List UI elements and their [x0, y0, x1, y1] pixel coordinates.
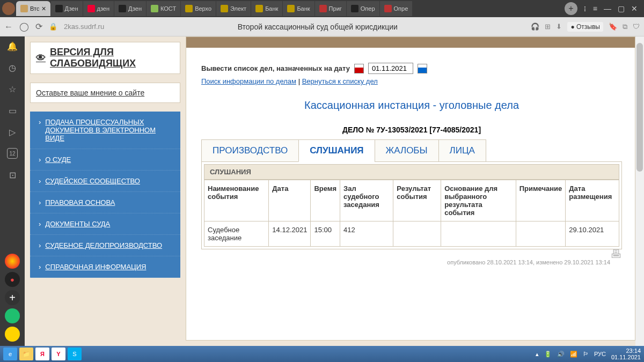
app-icon-1[interactable] — [5, 308, 20, 323]
chevron-right-icon: › — [39, 220, 41, 228]
download-icon[interactable]: ⬇ — [556, 23, 562, 31]
bookmark-icon[interactable]: 🔖 — [609, 23, 617, 31]
close-button[interactable]: ✕ — [631, 4, 638, 13]
content-wrapper: Вывести список дел, назначенных на дату … — [186, 36, 644, 346]
tab-favicon — [55, 5, 63, 12]
chevron-right-icon: › — [39, 118, 41, 142]
calendar-icon[interactable]: 12 — [7, 148, 18, 159]
sidebar-item[interactable]: ›СУДЕБНОЕ ДЕЛОПРОИЗВОДСТВО — [30, 235, 180, 256]
extensions-icon[interactable]: ⧉ — [623, 23, 627, 31]
sidebar-item[interactable]: ›СУДЕЙСКОЕ СООБЩЕСТВО — [30, 171, 180, 192]
date-input[interactable] — [368, 63, 413, 74]
feedback-link[interactable]: Оставьте ваше мнение о сайте — [30, 83, 180, 103]
published-info: опубликовано 28.10.2021 13:14, изменено … — [201, 259, 622, 265]
table-header-cell: Зал судебного заседания — [340, 180, 393, 221]
sidebar-item-label: СУДЕЙСКОЕ СООБЩЕСТВО — [45, 177, 140, 185]
flag-icon[interactable]: 🏳 — [583, 351, 589, 357]
collections-icon[interactable]: ▭ — [7, 105, 18, 116]
profile-avatar[interactable] — [2, 2, 15, 15]
apply-date-icon[interactable] — [418, 64, 427, 73]
case-tabs: ПРОИЗВОДСТВОСЛУШАНИЯЖАЛОБЫЛИЦА — [201, 139, 622, 162]
window-controls: ⫶ ≡ — ▢ ✕ — [579, 4, 642, 13]
home-icon[interactable]: ◯ — [19, 21, 29, 32]
browser-tab[interactable]: Банк — [283, 1, 314, 16]
browser-tab[interactable]: КОСТ — [147, 1, 180, 16]
tab-favicon — [119, 5, 126, 12]
case-tab[interactable]: ЛИЦА — [438, 139, 486, 162]
app-icon-2[interactable] — [5, 327, 20, 342]
hamburger-icon[interactable]: ≡ — [593, 4, 597, 13]
url-text[interactable]: 2kas.sudrf.ru — [64, 23, 104, 31]
maximize-button[interactable]: ▢ — [618, 4, 625, 13]
add-shortcut-button[interactable]: + — [5, 290, 20, 305]
volume-icon[interactable]: 🔊 — [557, 351, 565, 358]
ie-icon[interactable]: e — [3, 348, 17, 360]
tab-label: Банк — [265, 5, 278, 12]
language-indicator[interactable]: РУС — [594, 351, 606, 357]
skype-icon[interactable]: S — [68, 348, 82, 360]
tab-label: Элект — [230, 5, 246, 12]
explorer-icon[interactable]: 📁 — [19, 348, 33, 360]
new-tab-button[interactable]: + — [565, 2, 577, 15]
network-icon[interactable]: 📶 — [570, 351, 577, 358]
reload-button[interactable]: ⟳ — [35, 21, 42, 32]
browser-tab[interactable]: Приг — [315, 1, 346, 16]
browser-tab[interactable]: Втс× — [16, 1, 50, 16]
browser-tab[interactable]: Элект — [216, 1, 251, 16]
browser-tab[interactable]: Дзен — [114, 1, 146, 16]
reviews-button[interactable]: ● Отзывы — [567, 22, 603, 32]
minimize-button[interactable]: — — [604, 4, 611, 13]
bell-icon[interactable]: 🔔 — [7, 41, 18, 51]
tray-up-icon[interactable]: ▴ — [536, 351, 539, 358]
content-header-strip — [186, 37, 635, 48]
sidebar-item-label: СУДЕБНОЕ ДЕЛОПРОИЗВОДСТВО — [45, 241, 162, 249]
case-tab[interactable]: ПРОИЗВОДСТВО — [201, 139, 299, 162]
tab-label: Дзен — [128, 5, 142, 12]
print-icon[interactable]: 🖶 — [610, 247, 622, 261]
back-to-list-link[interactable]: Вернуться к списку дел — [302, 77, 378, 85]
reader-icon[interactable]: ⊞ — [545, 23, 551, 31]
tab-close-icon[interactable]: × — [41, 4, 46, 13]
yandex-browser-icon[interactable]: Y — [52, 348, 65, 360]
headphones-icon[interactable]: 🎧 — [531, 23, 539, 31]
shield-icon[interactable]: 🛡 — [633, 23, 640, 31]
tab-favicon — [351, 5, 358, 12]
case-tab[interactable]: ЖАЛОБЫ — [375, 139, 439, 162]
battery-icon[interactable]: 🔋 — [544, 351, 552, 358]
browser-tab[interactable]: Банк — [251, 1, 282, 16]
play-icon[interactable]: ▷ — [7, 127, 18, 137]
back-button[interactable]: ← — [4, 22, 13, 32]
yandex-search-icon[interactable]: Я — [35, 348, 49, 360]
windows-taskbar: e 📁 Я Y S ▴ 🔋 🔊 📶 🏳 РУС 23:14 01.11.2021 — [0, 346, 644, 362]
tab-label: дзен — [97, 5, 110, 12]
browser-tab[interactable]: Верхо — [181, 1, 216, 16]
case-tab[interactable]: СЛУШАНИЯ — [298, 139, 375, 162]
star-icon[interactable]: ☆ — [7, 84, 18, 94]
yandex-icon[interactable] — [5, 254, 20, 269]
page-title: Второй кассационный суд общей юрисдикции — [111, 23, 524, 31]
sidebar-item[interactable]: ›СПРАВОЧНАЯ ИНФОРМАЦИЯ — [30, 256, 180, 278]
tab-favicon — [384, 5, 392, 12]
calendar-picker-icon[interactable] — [354, 64, 364, 73]
menu-icon[interactable]: ⫶ — [583, 4, 587, 13]
sidebar-item[interactable]: ›О СУДЕ — [30, 149, 180, 171]
scrollbar-thumb[interactable] — [636, 43, 643, 172]
camera-icon[interactable]: ⊡ — [7, 169, 18, 180]
search-cases-link[interactable]: Поиск информации по делам — [201, 77, 296, 85]
sidebar-item[interactable]: ›ДОКУМЕНТЫ СУДА — [30, 213, 180, 235]
scrollbar[interactable] — [635, 36, 644, 346]
table-header-cell: Дата — [269, 180, 311, 221]
sidebar-item[interactable]: ›ПОДАЧА ПРОЦЕССУАЛЬНЫХ ДОКУМЕНТОВ В ЭЛЕК… — [30, 112, 180, 149]
browser-tab[interactable]: Опер — [347, 1, 379, 16]
browser-tab[interactable]: Дзен — [51, 1, 83, 16]
taskbar-clock[interactable]: 23:14 01.11.2021 — [611, 348, 641, 360]
tab-label: Опер — [361, 5, 375, 12]
browser-tab[interactable]: Опре — [380, 1, 413, 16]
sidebar-item[interactable]: ›ПРАВОВАЯ ОСНОВА — [30, 192, 180, 213]
tab-favicon — [255, 5, 263, 12]
content-panel: Вывести список дел, назначенных на дату … — [186, 36, 635, 341]
lock-icon: 🔒 — [49, 23, 57, 31]
browser-tab[interactable]: дзен — [83, 1, 114, 16]
accessibility-link[interactable]: 👁 ВЕРСИЯ ДЛЯ СЛАБОВИДЯЩИХ — [30, 42, 180, 74]
history-icon[interactable]: ◷ — [7, 62, 18, 73]
